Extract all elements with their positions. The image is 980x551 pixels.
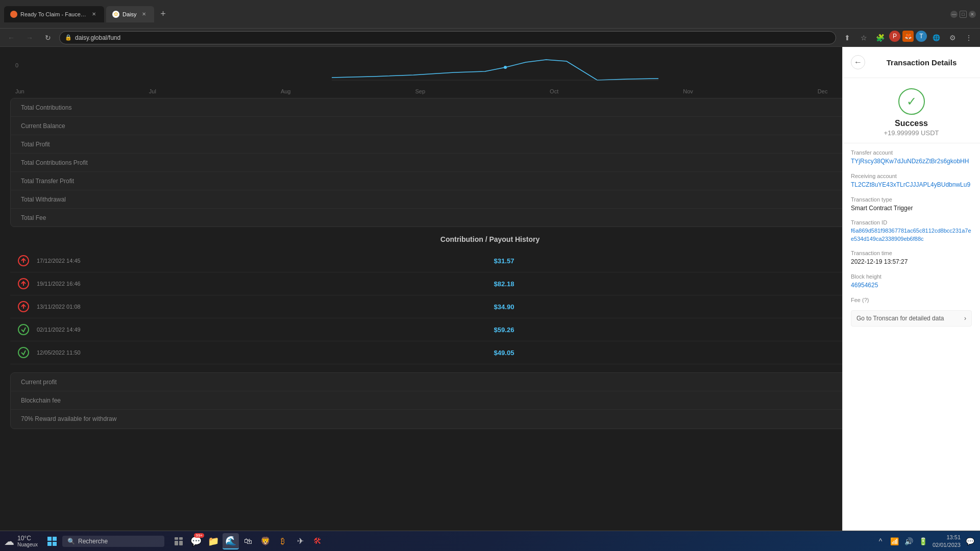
history-icon-4	[16, 345, 31, 360]
task-view-icon[interactable]	[170, 533, 187, 549]
taskbar-clock[interactable]: 13:51 02/01/2023	[933, 534, 961, 548]
panel-back-button[interactable]: ←	[851, 55, 865, 69]
history-amount-2: $34.90	[104, 303, 904, 311]
ext4-icon[interactable]: 🌐	[929, 31, 943, 45]
tab-faucet-favicon	[10, 11, 17, 18]
transfer-account-label: Transfer account	[851, 149, 972, 156]
window-restore-button[interactable]: □	[960, 11, 967, 18]
back-button[interactable]: ←	[4, 31, 18, 45]
bottom-stat-label-2: 70% Reward available for withdraw	[21, 415, 116, 423]
battery-icon[interactable]: 🔋	[917, 535, 929, 547]
weather-info: 10°C Nuageux	[17, 535, 38, 547]
discord-badge: 99+	[194, 533, 204, 538]
chevron-up-icon[interactable]: ^	[874, 535, 887, 547]
ext3-icon[interactable]: T	[916, 31, 927, 42]
window-min-button[interactable]: —	[950, 11, 958, 18]
sys-tray-icons: ^ 📶 🔊 🔋	[874, 535, 929, 547]
address-bar[interactable]: 🔒 daisy.global/fund	[59, 31, 836, 44]
brave-icon[interactable]: 🦁	[257, 533, 274, 549]
file-explorer-icon[interactable]: 📁	[205, 533, 222, 549]
support-icon[interactable]: 🛠	[309, 533, 326, 549]
support-logo-icon: 🛠	[313, 537, 322, 546]
stat-row-1: Current Balance $121.09	[11, 117, 969, 135]
crypto-icon[interactable]: ₿	[275, 533, 291, 549]
reload-button[interactable]: ↻	[41, 31, 55, 45]
crypto-logo-icon: ₿	[281, 537, 285, 546]
history-section: Contribution / Payout History 17/12/2022…	[10, 235, 970, 364]
notifications-icon[interactable]: 💬	[964, 535, 976, 547]
menu-icon[interactable]: ⋮	[962, 31, 976, 45]
stat-row-0: Total Contributions $108.31	[11, 98, 969, 117]
tab-daisy-close[interactable]: ✕	[140, 10, 148, 18]
taskbar-search[interactable]: 🔍 Recherche	[62, 536, 164, 547]
weather-label: Nuageux	[17, 542, 38, 547]
history-row-3[interactable]: 02/11/2022 14:49 $59.26 $0.00 ✓	[10, 318, 970, 341]
tab-faucet-close[interactable]: ✕	[90, 10, 98, 18]
ext1-icon[interactable]: P	[889, 31, 900, 42]
transfer-account-group: Transfer account TYjRscy38QKw7dJuNDz6zZt…	[851, 149, 972, 166]
store-logo-icon: 🛍	[244, 537, 252, 546]
network-icon[interactable]: 📶	[889, 535, 901, 547]
store-icon[interactable]: 🛍	[240, 533, 256, 549]
svg-point-5	[18, 324, 29, 335]
svg-rect-12	[179, 537, 183, 540]
share-icon[interactable]: ⬆	[840, 31, 854, 45]
success-icon-circle: ✓	[898, 88, 925, 115]
stat-label-2: Total Profit	[21, 141, 50, 148]
history-row-1[interactable]: 19/11/2022 16:46 $82.18 $76.94 ✓	[10, 272, 970, 295]
discord-icon[interactable]: 💬 99+	[188, 533, 204, 549]
transaction-id-value: f6a869d581f98367781ac65c8112cd8bcc231a7e…	[851, 227, 972, 243]
stat-label-4: Total Transfer Profit	[21, 178, 74, 185]
transaction-type-value: Smart Contract Trigger	[851, 204, 972, 213]
bottom-stat-label-0: Current profit	[21, 379, 57, 386]
chart-label-dec: Dec	[818, 88, 828, 94]
weather-icon: ☁	[4, 535, 14, 547]
edge-browser-icon[interactable]: 🌊	[223, 533, 239, 549]
weather-widget[interactable]: ☁ 10°C Nuageux	[4, 535, 38, 547]
chart-label-sep: Sep	[415, 88, 425, 94]
transaction-time-label: Transaction time	[851, 250, 972, 256]
panel-title: Transaction Details	[871, 58, 972, 67]
fee-label: Fee (?)	[851, 297, 972, 303]
volume-icon[interactable]: 🔊	[903, 535, 915, 547]
chart-label-jul: Jul	[149, 88, 156, 94]
forward-button[interactable]: →	[22, 31, 37, 45]
panel-header: ← Transaction Details	[843, 47, 980, 78]
tab-daisy[interactable]: ✿ Daisy ✕	[106, 6, 154, 22]
transaction-time-group: Transaction time 2022-12-19 13:57:27	[851, 250, 972, 266]
tronscan-link[interactable]: Go to Tronscan for detailed data ›	[851, 310, 972, 327]
history-icon-2	[16, 299, 31, 314]
start-button[interactable]	[44, 533, 60, 549]
ext2-icon[interactable]: 🦊	[902, 31, 914, 42]
new-tab-button[interactable]: +	[156, 7, 170, 21]
window-close-button[interactable]: ✕	[969, 11, 976, 18]
bookmark-icon[interactable]: ☆	[856, 31, 871, 45]
tab-list: Ready To Claim - Faucet Crypto ✕ ✿ Daisy…	[4, 6, 950, 22]
transaction-id-label: Transaction ID	[851, 219, 972, 226]
windows-logo-icon	[47, 536, 57, 546]
block-height-value: 46954625	[851, 281, 972, 290]
history-row-0[interactable]: 17/12/2022 14:45 $31.57 $20.00 ✓	[10, 249, 970, 272]
taskbar: ☁ 10°C Nuageux 🔍 Recherche	[0, 531, 980, 551]
settings-icon[interactable]: ⚙	[945, 31, 960, 45]
tab-faucet-title: Ready To Claim - Faucet Crypto	[20, 11, 87, 17]
history-icon-0	[16, 254, 31, 268]
panel-details: Transfer account TYjRscy38QKw7dJuNDz6zZt…	[843, 143, 980, 531]
history-row-4[interactable]: 12/05/2022 11:50 $49.05 $0.00 ✓	[10, 341, 970, 364]
tab-faucet[interactable]: Ready To Claim - Faucet Crypto ✕	[4, 6, 104, 22]
block-height-label: Block height	[851, 273, 972, 280]
bottom-stats-section: Current profit $12.78 Blockchain fee $3.…	[10, 372, 970, 429]
browser-tabs-bar: Ready To Claim - Faucet Crypto ✕ ✿ Daisy…	[0, 0, 980, 29]
svg-rect-13	[175, 541, 178, 545]
telegram-logo-icon: ✈	[297, 536, 304, 546]
telegram-icon[interactable]: ✈	[292, 533, 308, 549]
receiving-account-label: Receiving account	[851, 173, 972, 179]
puzzle-icon[interactable]: 🧩	[873, 31, 887, 45]
svg-rect-14	[179, 541, 183, 545]
panel-success-area: ✓ Success +19.999999 USDT	[843, 78, 980, 143]
stat-label-6: Total Fee	[21, 214, 46, 221]
stats-section: Total Contributions $108.31 Current Bala…	[10, 98, 970, 227]
history-row-2[interactable]: 13/11/2022 01:08 $34.90 $0.00 ✓	[10, 295, 970, 318]
transaction-details-panel: ← Transaction Details ✓ Success +19.9999…	[842, 47, 980, 531]
transaction-type-group: Transaction type Smart Contract Trigger	[851, 196, 972, 213]
